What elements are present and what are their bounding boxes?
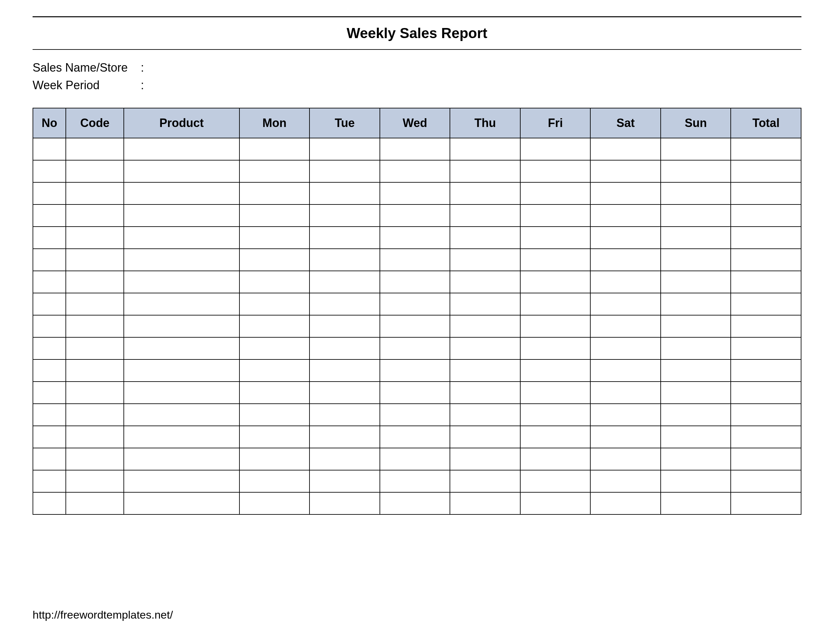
table-cell xyxy=(731,470,801,492)
table-cell xyxy=(661,360,731,382)
table-cell xyxy=(731,227,801,249)
table-cell xyxy=(450,182,520,205)
table-cell xyxy=(239,492,310,515)
table-cell xyxy=(450,293,520,315)
table-cell xyxy=(239,382,310,404)
table-cell xyxy=(124,271,239,293)
table-cell xyxy=(380,448,450,470)
table-cell xyxy=(590,426,661,448)
table-cell xyxy=(450,470,520,492)
col-header-product: Product xyxy=(124,108,239,138)
table-cell xyxy=(124,138,239,160)
table-row xyxy=(33,448,801,470)
sales-table: No Code Product Mon Tue Wed Thu Fri Sat … xyxy=(32,108,802,515)
col-header-thu: Thu xyxy=(450,108,520,138)
table-cell xyxy=(66,492,123,515)
table-cell xyxy=(661,492,731,515)
table-cell xyxy=(33,205,66,227)
table-cell xyxy=(520,337,591,360)
table-cell xyxy=(520,470,591,492)
table-cell xyxy=(309,448,380,470)
table-cell xyxy=(661,271,731,293)
table-cell xyxy=(239,160,310,182)
table-cell xyxy=(380,470,450,492)
table-cell xyxy=(661,138,731,160)
table-cell xyxy=(33,160,66,182)
table-cell xyxy=(239,470,310,492)
table-cell xyxy=(124,470,239,492)
table-row xyxy=(33,293,801,315)
table-header-row: No Code Product Mon Tue Wed Thu Fri Sat … xyxy=(33,108,801,138)
col-header-sat: Sat xyxy=(590,108,661,138)
table-cell xyxy=(450,382,520,404)
table-cell xyxy=(309,426,380,448)
table-cell xyxy=(450,426,520,448)
table-cell xyxy=(590,337,661,360)
table-cell xyxy=(124,249,239,271)
table-cell xyxy=(33,426,66,448)
table-row xyxy=(33,337,801,360)
table-cell xyxy=(309,470,380,492)
table-cell xyxy=(66,337,123,360)
table-cell xyxy=(380,382,450,404)
table-cell xyxy=(520,182,591,205)
table-cell xyxy=(590,138,661,160)
table-cell xyxy=(33,271,66,293)
table-cell xyxy=(309,271,380,293)
table-cell xyxy=(66,138,123,160)
table-cell xyxy=(661,293,731,315)
table-row xyxy=(33,249,801,271)
table-cell xyxy=(450,360,520,382)
table-cell xyxy=(661,249,731,271)
table-cell xyxy=(66,182,123,205)
table-cell xyxy=(731,315,801,337)
table-cell xyxy=(124,315,239,337)
table-cell xyxy=(380,160,450,182)
table-cell xyxy=(33,360,66,382)
table-cell xyxy=(239,315,310,337)
table-cell xyxy=(380,205,450,227)
table-cell xyxy=(661,382,731,404)
table-cell xyxy=(124,492,239,515)
table-cell xyxy=(239,337,310,360)
table-cell xyxy=(380,337,450,360)
table-row xyxy=(33,492,801,515)
table-cell xyxy=(124,160,239,182)
table-cell xyxy=(450,271,520,293)
table-cell xyxy=(731,160,801,182)
table-cell xyxy=(66,382,123,404)
table-cell xyxy=(520,360,591,382)
table-cell xyxy=(309,315,380,337)
table-cell xyxy=(33,182,66,205)
meta-block: Sales Name/Store : Week Period : xyxy=(32,59,802,94)
table-cell xyxy=(520,271,591,293)
table-cell xyxy=(520,426,591,448)
table-cell xyxy=(661,470,731,492)
table-cell xyxy=(520,448,591,470)
table-cell xyxy=(33,470,66,492)
table-cell xyxy=(520,382,591,404)
table-cell xyxy=(33,382,66,404)
table-cell xyxy=(380,227,450,249)
table-cell xyxy=(450,249,520,271)
table-cell xyxy=(731,138,801,160)
table-cell xyxy=(33,293,66,315)
table-cell xyxy=(66,293,123,315)
table-cell xyxy=(661,205,731,227)
table-cell xyxy=(380,426,450,448)
table-cell xyxy=(124,227,239,249)
table-cell xyxy=(380,315,450,337)
table-cell xyxy=(380,271,450,293)
table-cell xyxy=(124,426,239,448)
table-cell xyxy=(380,492,450,515)
table-row xyxy=(33,205,801,227)
table-cell xyxy=(309,293,380,315)
table-cell xyxy=(124,293,239,315)
table-cell xyxy=(33,227,66,249)
table-cell xyxy=(33,249,66,271)
table-row xyxy=(33,382,801,404)
table-cell xyxy=(590,315,661,337)
table-cell xyxy=(450,315,520,337)
table-row xyxy=(33,182,801,205)
table-cell xyxy=(731,271,801,293)
